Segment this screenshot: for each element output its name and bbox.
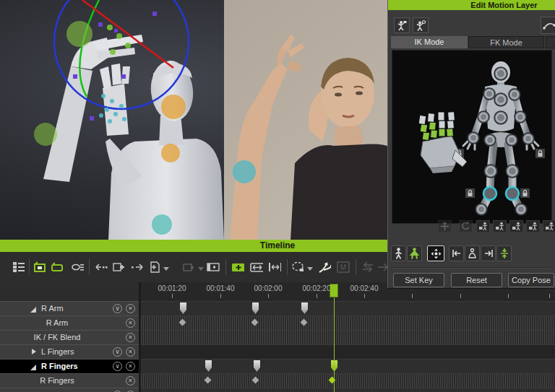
lane-row[interactable] (141, 388, 555, 392)
linked-track-icon[interactable] (72, 261, 85, 274)
track-label: R Fingers (0, 374, 114, 388)
tab-stub[interactable] (546, 36, 555, 48)
track-list-icon[interactable] (12, 261, 25, 274)
bar-right-arrow-icon[interactable] (481, 245, 496, 261)
lock-icons (455, 149, 545, 198)
transition-curve-icon[interactable] (541, 17, 555, 34)
track-row[interactable]: L Leg ∨ × (0, 388, 139, 392)
reset-button[interactable]: Reset (451, 273, 502, 287)
ruler-tick (412, 294, 413, 298)
lane-row[interactable] (141, 315, 555, 330)
ruler-tick (172, 294, 173, 298)
track-label: L Leg (41, 388, 61, 392)
ruler-tick (317, 294, 317, 298)
track-row[interactable]: L Fingers ∨ × (0, 344, 139, 359)
lane-row[interactable] (141, 344, 555, 359)
ruler-label: 00:02:20 (303, 284, 331, 292)
track-row[interactable]: R Arm ∨ × (0, 301, 139, 315)
bar-left-arrow-icon[interactable] (449, 245, 464, 261)
collect-clip-icon[interactable] (51, 261, 64, 274)
figure-flag-icon[interactable] (394, 17, 410, 33)
button-label: Reset (466, 276, 487, 284)
ruler-label: 00:01:40 (207, 284, 235, 292)
gizmo-icon[interactable] (427, 245, 444, 261)
person-active-icon[interactable] (407, 245, 422, 261)
lane-row[interactable] (141, 330, 555, 344)
person-lock-icon[interactable] (543, 220, 555, 232)
rig-diagram (392, 50, 551, 222)
timeline-title: Timeline (260, 240, 295, 251)
ruler-tick (364, 294, 365, 298)
person-lock-icon[interactable] (526, 220, 540, 232)
track-row[interactable]: IK / FK Blend × (0, 330, 139, 344)
dropdown-caret[interactable] (307, 267, 313, 271)
close-circle-icon[interactable]: × (126, 376, 135, 386)
stretch-vertical-icon[interactable] (496, 245, 512, 261)
insert-frame-icon[interactable] (113, 261, 126, 274)
svg-text:M: M (340, 263, 346, 271)
tab-fk-mode[interactable]: FK Mode (468, 36, 544, 48)
dropdown-caret[interactable] (198, 267, 204, 271)
shift-left-icon[interactable] (95, 261, 108, 274)
track-label: R Arm (0, 316, 114, 330)
clip-plus-disabled-icon[interactable] (182, 261, 195, 274)
page-plus-icon[interactable] (148, 261, 161, 274)
move-tool-icon[interactable] (438, 220, 452, 232)
fit-range-icon[interactable] (268, 261, 281, 274)
curve-editor-icon[interactable] (318, 261, 331, 274)
playhead-marker[interactable] (330, 284, 338, 297)
lane-row[interactable] (141, 301, 555, 315)
person-lock-icon[interactable] (493, 220, 507, 232)
close-circle-icon[interactable]: × (126, 347, 135, 357)
ruler-tick (549, 294, 550, 298)
track-row[interactable]: R Arm × (0, 315, 139, 330)
track-row-selected[interactable]: R Fingers ∨ × (0, 359, 139, 373)
range-view-icon[interactable] (207, 261, 220, 274)
edit-motion-layer-panel: Edit Motion Layer IK Mode FK Mode (387, 0, 555, 289)
track-label: R Arm (41, 302, 64, 315)
fit-width-icon[interactable] (250, 261, 263, 274)
lane-row[interactable] (141, 359, 555, 373)
track-label: L Fingers (41, 345, 74, 359)
lane-row[interactable] (141, 373, 555, 388)
dropdown-caret[interactable] (163, 267, 169, 271)
m-box-icon[interactable]: M (337, 261, 350, 274)
copy-pose-button[interactable]: Copy Pose (508, 273, 554, 287)
figure-lasso-icon[interactable] (413, 17, 429, 33)
ruler-tick (460, 294, 461, 298)
selected-joint-rings (483, 187, 519, 200)
person-small-icon[interactable] (465, 245, 480, 261)
tab-ik-mode[interactable]: IK Mode (391, 36, 468, 48)
chevron-circle-icon[interactable]: ∨ (113, 362, 122, 371)
chevron-circle-icon[interactable]: ∨ (113, 347, 122, 357)
person-lock-icon[interactable] (509, 220, 523, 232)
close-circle-icon[interactable]: × (126, 333, 135, 342)
prev-disabled-icon[interactable] (361, 261, 374, 274)
close-circle-icon[interactable]: × (126, 318, 135, 328)
track-label: IK / FK Blend (0, 331, 114, 344)
person-lock-icon[interactable] (476, 220, 490, 232)
zoom-region-icon[interactable] (231, 261, 244, 274)
add-clip-icon[interactable] (33, 261, 46, 274)
expand-triangle-icon[interactable] (30, 307, 36, 313)
person-icon[interactable] (391, 245, 406, 261)
ruler-label: 00:01:20 (158, 284, 186, 292)
expand-triangle-icon[interactable] (30, 365, 36, 370)
rig-viewport[interactable] (392, 50, 552, 224)
timeline-lanes[interactable]: 00:01:2000:01:4000:02:0000:02:2000:02:40 (141, 282, 555, 392)
track-row[interactable]: R Fingers × (0, 373, 139, 388)
collapse-triangle-icon[interactable] (32, 349, 36, 354)
loop-select-icon[interactable] (291, 261, 304, 274)
set-key-button[interactable]: Set Key (393, 273, 444, 287)
ruler-tick (268, 294, 269, 298)
chevron-circle-icon[interactable]: ∨ (113, 304, 122, 313)
close-circle-icon[interactable]: × (126, 304, 135, 313)
rotate-tool-icon[interactable] (459, 220, 473, 232)
close-circle-icon[interactable]: × (126, 362, 135, 371)
panel-titlebar[interactable]: Edit Motion Layer (388, 0, 555, 10)
ruler-tick (220, 294, 221, 298)
shift-right-icon[interactable] (131, 261, 144, 274)
button-label: Copy Pose (512, 276, 551, 284)
panel-title-text: Edit Motion Layer (470, 1, 537, 9)
tab-label: FK Mode (490, 38, 522, 47)
